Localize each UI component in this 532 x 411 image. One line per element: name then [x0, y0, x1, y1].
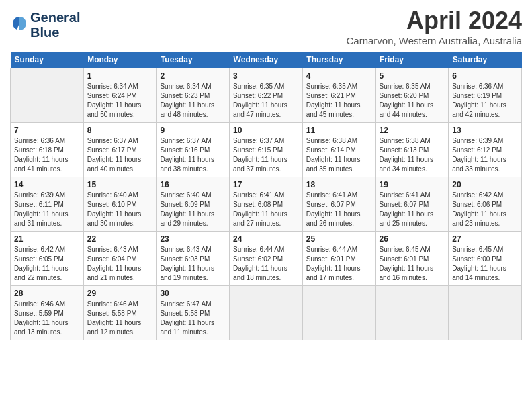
day-number: 23 — [160, 234, 226, 244]
logo-text: GeneralBlue — [30, 10, 80, 40]
calendar-cell: 17Sunrise: 6:41 AM Sunset: 6:08 PM Dayli… — [230, 177, 303, 232]
calendar-table: SundayMondayTuesdayWednesdayThursdayFrid… — [10, 52, 522, 340]
logo: GeneralBlue — [10, 10, 80, 40]
day-number: 9 — [160, 126, 226, 135]
calendar-cell: 4Sunrise: 6:35 AM Sunset: 6:21 PM Daylig… — [302, 68, 375, 123]
page-header: GeneralBlue April 2024 Carnarvon, Wester… — [10, 7, 522, 46]
day-info: Sunrise: 6:43 AM Sunset: 6:04 PM Dayligh… — [87, 245, 153, 283]
calendar-cell — [375, 286, 449, 340]
calendar-cell: 2Sunrise: 6:34 AM Sunset: 6:23 PM Daylig… — [157, 68, 230, 123]
calendar-cell — [449, 286, 522, 340]
day-info: Sunrise: 6:38 AM Sunset: 6:13 PM Dayligh… — [380, 136, 445, 174]
month-year: April 2024 — [346, 7, 522, 35]
day-info: Sunrise: 6:35 AM Sunset: 6:22 PM Dayligh… — [233, 82, 299, 120]
calendar-cell: 14Sunrise: 6:39 AM Sunset: 6:11 PM Dayli… — [11, 177, 84, 232]
day-info: Sunrise: 6:36 AM Sunset: 6:18 PM Dayligh… — [14, 136, 80, 174]
calendar-cell: 8Sunrise: 6:37 AM Sunset: 6:17 PM Daylig… — [83, 123, 157, 177]
day-number: 15 — [87, 180, 153, 189]
day-info: Sunrise: 6:45 AM Sunset: 6:01 PM Dayligh… — [380, 245, 445, 283]
day-info: Sunrise: 6:45 AM Sunset: 6:00 PM Dayligh… — [452, 245, 518, 283]
day-number: 12 — [380, 126, 445, 135]
day-number: 22 — [87, 234, 153, 244]
calendar-cell: 5Sunrise: 6:35 AM Sunset: 6:20 PM Daylig… — [375, 68, 449, 123]
calendar-cell — [230, 286, 303, 340]
calendar-cell: 11Sunrise: 6:38 AM Sunset: 6:14 PM Dayli… — [302, 123, 375, 177]
day-number: 17 — [233, 180, 299, 189]
day-number: 8 — [87, 126, 153, 135]
day-info: Sunrise: 6:44 AM Sunset: 6:01 PM Dayligh… — [306, 245, 372, 283]
day-number: 28 — [14, 289, 80, 298]
day-info: Sunrise: 6:37 AM Sunset: 6:15 PM Dayligh… — [233, 136, 299, 174]
title-block: April 2024 Carnarvon, Western Australia,… — [346, 7, 522, 46]
day-info: Sunrise: 6:34 AM Sunset: 6:24 PM Dayligh… — [87, 82, 153, 120]
calendar-cell: 13Sunrise: 6:39 AM Sunset: 6:12 PM Dayli… — [449, 123, 522, 177]
day-info: Sunrise: 6:37 AM Sunset: 6:16 PM Dayligh… — [160, 136, 226, 174]
calendar-cell: 24Sunrise: 6:44 AM Sunset: 6:02 PM Dayli… — [230, 232, 303, 286]
calendar-cell: 20Sunrise: 6:42 AM Sunset: 6:06 PM Dayli… — [449, 177, 522, 232]
calendar-cell: 9Sunrise: 6:37 AM Sunset: 6:16 PM Daylig… — [157, 123, 230, 177]
calendar-cell: 3Sunrise: 6:35 AM Sunset: 6:22 PM Daylig… — [230, 68, 303, 123]
calendar-cell: 6Sunrise: 6:36 AM Sunset: 6:19 PM Daylig… — [449, 68, 522, 123]
day-info: Sunrise: 6:44 AM Sunset: 6:02 PM Dayligh… — [233, 245, 299, 283]
day-info: Sunrise: 6:34 AM Sunset: 6:23 PM Dayligh… — [160, 82, 226, 120]
day-number: 20 — [452, 180, 518, 189]
day-info: Sunrise: 6:42 AM Sunset: 6:06 PM Dayligh… — [452, 191, 518, 228]
calendar-cell: 15Sunrise: 6:40 AM Sunset: 6:10 PM Dayli… — [83, 177, 157, 232]
day-info: Sunrise: 6:38 AM Sunset: 6:14 PM Dayligh… — [306, 136, 372, 174]
day-info: Sunrise: 6:35 AM Sunset: 6:20 PM Dayligh… — [380, 82, 445, 120]
day-number: 3 — [233, 71, 299, 81]
day-info: Sunrise: 6:36 AM Sunset: 6:19 PM Dayligh… — [452, 82, 518, 120]
day-info: Sunrise: 6:40 AM Sunset: 6:10 PM Dayligh… — [87, 191, 153, 228]
calendar-cell: 12Sunrise: 6:38 AM Sunset: 6:13 PM Dayli… — [375, 123, 449, 177]
calendar-cell: 29Sunrise: 6:46 AM Sunset: 5:58 PM Dayli… — [83, 286, 157, 340]
day-info: Sunrise: 6:37 AM Sunset: 6:17 PM Dayligh… — [87, 136, 153, 174]
day-number: 16 — [160, 180, 226, 189]
column-header-thursday: Thursday — [302, 52, 375, 68]
calendar-cell: 7Sunrise: 6:36 AM Sunset: 6:18 PM Daylig… — [11, 123, 84, 177]
day-number: 27 — [452, 234, 518, 244]
calendar-cell: 18Sunrise: 6:41 AM Sunset: 6:07 PM Dayli… — [302, 177, 375, 232]
day-info: Sunrise: 6:46 AM Sunset: 5:59 PM Dayligh… — [14, 300, 80, 337]
day-number: 29 — [87, 289, 153, 298]
calendar-cell: 19Sunrise: 6:41 AM Sunset: 6:07 PM Dayli… — [375, 177, 449, 232]
day-info: Sunrise: 6:43 AM Sunset: 6:03 PM Dayligh… — [160, 245, 226, 283]
day-number: 25 — [306, 234, 372, 244]
day-number: 24 — [233, 234, 299, 244]
column-header-tuesday: Tuesday — [157, 52, 230, 68]
day-number: 26 — [380, 234, 445, 244]
day-info: Sunrise: 6:39 AM Sunset: 6:11 PM Dayligh… — [14, 191, 80, 228]
day-number: 19 — [380, 180, 445, 189]
day-number: 30 — [160, 289, 226, 298]
day-number: 21 — [14, 234, 80, 244]
calendar-cell: 23Sunrise: 6:43 AM Sunset: 6:03 PM Dayli… — [157, 232, 230, 286]
calendar-cell: 26Sunrise: 6:45 AM Sunset: 6:01 PM Dayli… — [375, 232, 449, 286]
day-number: 6 — [452, 71, 518, 81]
day-info: Sunrise: 6:42 AM Sunset: 6:05 PM Dayligh… — [14, 245, 80, 283]
day-info: Sunrise: 6:41 AM Sunset: 6:08 PM Dayligh… — [233, 191, 299, 228]
calendar-cell: 16Sunrise: 6:40 AM Sunset: 6:09 PM Dayli… — [157, 177, 230, 232]
day-info: Sunrise: 6:39 AM Sunset: 6:12 PM Dayligh… — [452, 136, 518, 174]
day-number: 1 — [87, 71, 153, 81]
day-number: 13 — [452, 126, 518, 135]
calendar-cell — [302, 286, 375, 340]
calendar-cell — [11, 68, 84, 123]
day-number: 10 — [233, 126, 299, 135]
calendar-cell: 30Sunrise: 6:47 AM Sunset: 5:58 PM Dayli… — [157, 286, 230, 340]
day-info: Sunrise: 6:46 AM Sunset: 5:58 PM Dayligh… — [87, 300, 153, 337]
calendar-cell: 10Sunrise: 6:37 AM Sunset: 6:15 PM Dayli… — [230, 123, 303, 177]
day-info: Sunrise: 6:41 AM Sunset: 6:07 PM Dayligh… — [306, 191, 372, 228]
day-info: Sunrise: 6:35 AM Sunset: 6:21 PM Dayligh… — [306, 82, 372, 120]
calendar-cell: 22Sunrise: 6:43 AM Sunset: 6:04 PM Dayli… — [83, 232, 157, 286]
day-number: 5 — [380, 71, 445, 81]
calendar-cell: 28Sunrise: 6:46 AM Sunset: 5:59 PM Dayli… — [11, 286, 84, 340]
column-header-wednesday: Wednesday — [230, 52, 303, 68]
column-header-monday: Monday — [83, 52, 157, 68]
day-number: 2 — [160, 71, 226, 81]
column-header-saturday: Saturday — [449, 52, 522, 68]
calendar-cell: 27Sunrise: 6:45 AM Sunset: 6:00 PM Dayli… — [449, 232, 522, 286]
calendar-cell: 25Sunrise: 6:44 AM Sunset: 6:01 PM Dayli… — [302, 232, 375, 286]
calendar-cell: 1Sunrise: 6:34 AM Sunset: 6:24 PM Daylig… — [83, 68, 157, 123]
day-number: 11 — [306, 126, 372, 135]
location: Carnarvon, Western Australia, Australia — [346, 35, 522, 46]
day-info: Sunrise: 6:40 AM Sunset: 6:09 PM Dayligh… — [160, 191, 226, 228]
